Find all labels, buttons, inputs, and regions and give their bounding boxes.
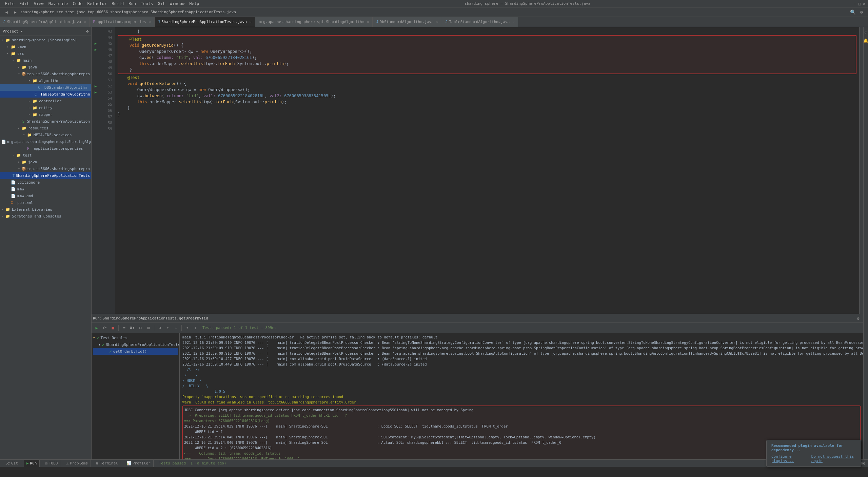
nav-back[interactable]: ◀	[3, 8, 10, 16]
tree-app-class[interactable]: S ShardingSphereProApplication	[0, 118, 91, 125]
menu-run[interactable]: Run	[126, 1, 138, 7]
tab-shardingsphereproapplication[interactable]: J ShardingSphereProApplication.java ✕	[0, 17, 90, 27]
tab-tests-active[interactable]: J ShardingSphereProApplicationTests.java…	[155, 17, 255, 27]
tab-terminal[interactable]: ⊡ Terminal	[94, 460, 121, 467]
tree-entity[interactable]: ▸ 📁 entity	[0, 104, 91, 111]
menu-edit[interactable]: Edit	[17, 1, 31, 7]
tree-test-package[interactable]: ▾ 📦 top.it6666.shardingspherepro	[0, 165, 91, 172]
tab-close-icon5[interactable]: ✕	[436, 20, 438, 24]
dismiss-link[interactable]: Do not suggest this again	[811, 454, 856, 463]
tree-mmwcmd[interactable]: 📄 mmw.cmd	[0, 192, 91, 199]
code-line-53: void getOrderBetween() {	[118, 81, 856, 87]
tree-scratches[interactable]: ▸ 📁 Scratches and Consoles	[0, 213, 91, 220]
menu-build[interactable]: Build	[110, 1, 126, 7]
sort-alpha-button[interactable]: A↕	[129, 324, 136, 332]
settings-icon[interactable]: ⚙	[858, 8, 865, 16]
test-method-item[interactable]: ✓ getOrderByTid()	[93, 348, 178, 355]
configure-plugins-link[interactable]: Configure plugins...	[771, 454, 807, 463]
menu-navigate[interactable]: Navigate	[46, 1, 70, 7]
expand-button[interactable]: ⊞	[145, 324, 152, 332]
window-controls[interactable]: −□✕	[854, 1, 865, 6]
tree-spi-file[interactable]: 📄 org.apache.shardingsphere.spi.Sharding…	[0, 138, 91, 145]
code-lines[interactable]: } @Test void getOrderByTid() { QueryWrap…	[115, 27, 859, 314]
tab-java-icon4: J	[446, 20, 448, 24]
tab-application-properties[interactable]: P application.properties ✕	[90, 17, 154, 27]
tree-test[interactable]: ▾ 📁 test	[0, 152, 91, 159]
tree-tests-class[interactable]: T ShardingSphereProApplicationTests	[0, 172, 91, 179]
menu-git[interactable]: Git	[156, 1, 167, 7]
tab-problems[interactable]: ⚠ Problems	[64, 460, 91, 467]
git-icon[interactable]: G	[863, 29, 868, 36]
tree-tablestandard[interactable]: C TableStandardAlgorithm	[0, 91, 91, 98]
tab-close-icon2[interactable]: ✕	[149, 20, 151, 24]
tab-close-icon[interactable]: ✕	[84, 20, 86, 24]
tab-tablestandard[interactable]: J TableStandardAlgorithm.java ✕	[442, 17, 518, 27]
next-fail-button[interactable]: ↓	[192, 324, 199, 332]
tab-run-label: Run	[30, 461, 37, 465]
console-output[interactable]: main t.i.i.TrationDelegateBBeanPostProce…	[180, 333, 863, 459]
notifications-icon[interactable]: 🔔	[863, 37, 868, 44]
run-again-button[interactable]: ⟳	[101, 324, 108, 332]
tree-algorithm[interactable]: ▾ 📁 algorithm	[0, 77, 91, 84]
tree-mmw[interactable]: 📄 mmw	[0, 186, 91, 192]
test-results-root[interactable]: ▾ ✓ Test Results	[93, 334, 178, 341]
menu-refactor[interactable]: Refactor	[85, 1, 109, 7]
tree-mapper[interactable]: ▸ 📁 mapper	[0, 111, 91, 118]
tree-src[interactable]: ▾ 📁 src	[0, 50, 91, 57]
console-line: main t.i.i.TrationDelegateBBeanPostProce…	[182, 334, 861, 340]
tab-close-icon4[interactable]: ✕	[367, 20, 369, 24]
stop-button[interactable]: ■	[109, 324, 117, 332]
menu-help[interactable]: Help	[187, 1, 201, 7]
rerun-button[interactable]: ▶	[93, 324, 100, 332]
tree-resources[interactable]: ▾ 📁 resources	[0, 125, 91, 131]
collapse-button[interactable]: ⊟	[137, 324, 144, 332]
tree-app-props[interactable]: P application.properties	[0, 145, 91, 152]
tree-meta-inf[interactable]: ▾ 📁 META-INF.services	[0, 131, 91, 138]
console-line: JDBC Connection [org.apache.shardingsphe…	[184, 407, 859, 413]
search-everywhere[interactable]: 🔍	[849, 8, 856, 16]
tab-run[interactable]: ▶ Run	[24, 460, 40, 467]
tree-main[interactable]: ▾ 📁 main	[0, 57, 91, 64]
menu-code[interactable]: Code	[71, 1, 85, 7]
tab-profiler-label: Profiler	[133, 461, 151, 465]
tab-git[interactable]: ⎇ Git	[3, 460, 21, 467]
tree-dbstandard[interactable]: C DBStandardAlgorithm	[0, 84, 91, 91]
tab-problems-label: Problems	[70, 461, 88, 465]
tree-pomxml[interactable]: X pom.xml	[0, 199, 91, 206]
tree-view-button[interactable]: ≡	[120, 324, 128, 332]
bottom-content: ▾ ✓ Test Results ▾ ✓ ShardingSphereProAp…	[92, 333, 863, 459]
tree-gitignore[interactable]: 📄 .gitignore	[0, 179, 91, 186]
export-button[interactable]: ↓	[172, 324, 180, 332]
test-class-item[interactable]: ▾ ✓ ShardingSphereProApplicationTests 89…	[93, 341, 178, 348]
console-line: 2021-12-16 21:39:09.910 INFO 19076 --- […	[182, 340, 861, 345]
tree-java[interactable]: ▾ 📁 java	[0, 64, 91, 70]
tree-controller[interactable]: ▸ 📁 controller	[0, 98, 91, 104]
tree-project-root[interactable]: ▾ 📁 sharding-sphere [ShardingPro]	[0, 37, 91, 43]
tab-shardingalgorithm[interactable]: org.apache.shardingsphere.spi.ShardingAl…	[255, 17, 373, 27]
nav-forward[interactable]: ▶	[12, 8, 19, 16]
prev-fail-button[interactable]: ↑	[183, 324, 191, 332]
tab-todo[interactable]: ☑ TODO	[42, 460, 61, 467]
code-line-59: }	[118, 111, 856, 117]
tab-dbstandard[interactable]: J DbStandardAlgorithm.java ✕	[373, 17, 442, 27]
tab-close-icon6[interactable]: ✕	[512, 20, 514, 24]
import-button[interactable]: ↑	[164, 324, 172, 332]
filter-button[interactable]: ⊘	[156, 324, 163, 332]
sidebar-settings-icon[interactable]: ⚙	[86, 29, 88, 34]
tab-close-icon3[interactable]: ✕	[250, 20, 252, 24]
menu-tools[interactable]: Tools	[139, 1, 155, 7]
code-editor[interactable]: ▶ ▶ ▶ ▶ 43 44 45 46 47 48 49 50 51 52	[92, 27, 863, 314]
tree-mvn[interactable]: ▸ 📁 .mvn	[0, 43, 91, 50]
tree-test-java[interactable]: ▾ 📁 java	[0, 159, 91, 165]
menu-view[interactable]: View	[32, 1, 46, 7]
settings-run-icon[interactable]: ⚙	[854, 315, 862, 322]
tree-package[interactable]: ▾ 📦 top.it6666.shardingspherepro	[0, 70, 91, 77]
editor-scrollbar[interactable]	[859, 27, 863, 314]
project-label: Project ▾	[3, 29, 23, 34]
menu-file[interactable]: File	[3, 1, 17, 7]
menu-window[interactable]: Window	[168, 1, 186, 7]
title-text: sharding-sphere – ShardingSphereProAppli…	[465, 1, 590, 6]
tree-external-libs[interactable]: ▸ 📁 External Libraries	[0, 206, 91, 213]
status-left: ⎇ Git ▶ Run ☑ TODO ⚠ Problems ⊡ Terminal…	[3, 460, 226, 467]
tab-profiler[interactable]: 📊 Profiler	[124, 460, 154, 467]
